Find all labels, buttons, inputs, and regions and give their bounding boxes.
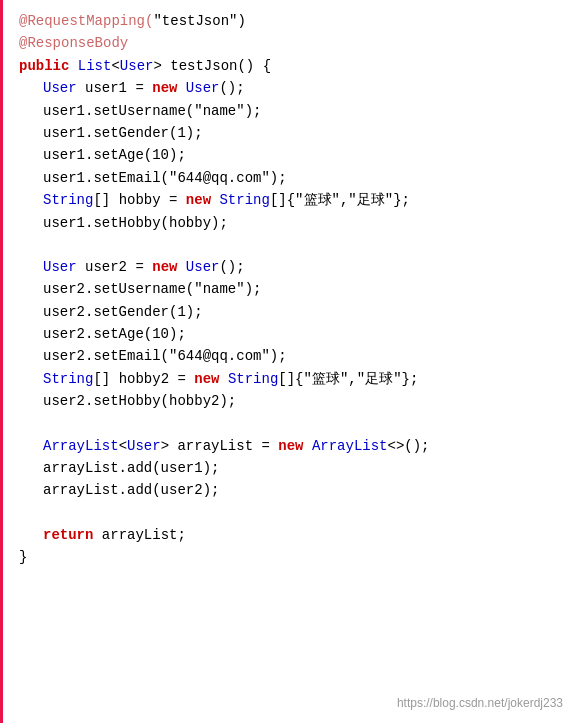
code-line: user2.setEmail("644@qq.com"); — [3, 345, 573, 367]
code-line: @ResponseBody — [3, 32, 573, 54]
code-line: user2.setAge(10); — [3, 323, 573, 345]
code-line: arrayList.add(user1); — [3, 457, 573, 479]
code-line: user2.setUsername("name"); — [3, 278, 573, 300]
code-line: user1.setHobby(hobby); — [3, 212, 573, 234]
code-block: @RequestMapping("testJson")@ResponseBody… — [0, 0, 573, 723]
code-line: User user2 = new User(); — [3, 256, 573, 278]
code-line: ArrayList<User> arrayList = new ArrayLis… — [3, 435, 573, 457]
code-content: @RequestMapping("testJson")@ResponseBody… — [3, 10, 573, 569]
code-line: String[] hobby = new String[]{"篮球","足球"}… — [3, 189, 573, 211]
code-line: user2.setGender(1); — [3, 301, 573, 323]
code-line: String[] hobby2 = new String[]{"篮球","足球"… — [3, 368, 573, 390]
code-line: User user1 = new User(); — [3, 77, 573, 99]
code-line: return arrayList; — [3, 524, 573, 546]
code-line: } — [3, 546, 573, 568]
code-line: user1.setAge(10); — [3, 144, 573, 166]
code-line: user1.setGender(1); — [3, 122, 573, 144]
code-line: user2.setHobby(hobby2); — [3, 390, 573, 412]
watermark: https://blog.csdn.net/jokerdj233 — [397, 694, 563, 713]
code-line: user1.setUsername("name"); — [3, 100, 573, 122]
code-line: arrayList.add(user2); — [3, 479, 573, 501]
code-line: @RequestMapping("testJson") — [3, 10, 573, 32]
code-line: user1.setEmail("644@qq.com"); — [3, 167, 573, 189]
code-line: public List<User> testJson() { — [3, 55, 573, 77]
